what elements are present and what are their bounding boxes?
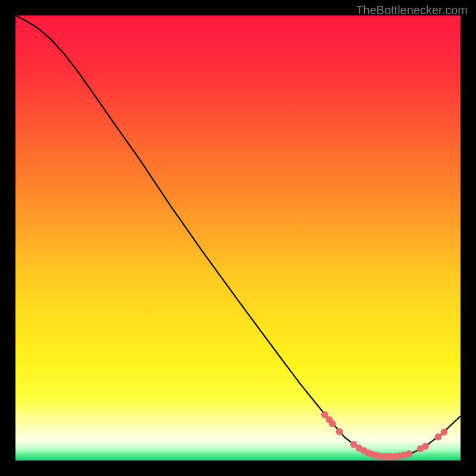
chart-plot-area: [15, 15, 461, 461]
gradient-background: [15, 15, 461, 461]
curve-marker: [329, 420, 336, 427]
curve-marker: [435, 433, 442, 440]
curve-marker: [336, 428, 343, 435]
curve-marker: [405, 450, 412, 458]
chart-svg: [15, 15, 461, 461]
curve-marker: [440, 428, 447, 436]
watermark-text: TheBottlenecker.com: [356, 4, 468, 17]
curve-marker: [422, 443, 429, 450]
